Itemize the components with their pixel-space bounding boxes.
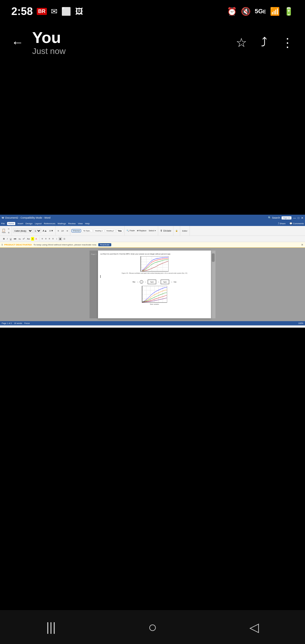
copy-btn[interactable]: ⎘ [7,231,10,234]
sign-in-button[interactable]: Sign in [282,216,291,219]
grow-font-btn[interactable]: A▲ [42,229,48,233]
bd-arrow1: → [136,281,139,283]
notification-text: To keep using Word without interruption,… [33,243,97,246]
style-heading1[interactable]: Heading 1 [93,229,104,232]
star-button[interactable]: ☆ [233,32,250,53]
more-options-button[interactable]: ⋮ [278,32,297,53]
menu-insert[interactable]: Insert [18,222,23,225]
shrink-font-btn[interactable]: A▼ [48,229,54,233]
justify-btn[interactable]: ≡ [52,237,55,241]
font-color-btn[interactable]: A [35,237,38,241]
select-btn[interactable]: Select ▾ [148,229,156,232]
styles-group: ¶ Normal No Spac... Heading 1 Heading 2 … [71,226,125,236]
word-page[interactable]: Let R(s)=1/s and D(s)=0. Find the MPO. E… [98,251,211,318]
minimize-button[interactable]: — [293,216,296,219]
highlight-btn[interactable]: A [31,237,34,241]
status-bar: 2:58 BR ✉ ⬜ 🖼 ⏰ 🔇 5GE 📶 🔋 [0,0,305,23]
scroll-area [211,251,215,318]
gallery-icon: 🖼 [75,7,83,16]
chart1-caption: Figure 4.8 - Blouwe oscillation and peek… [122,272,187,274]
recent-apps-button[interactable]: ||| [38,617,64,637]
comments-button[interactable]: 💬 Comments [289,222,304,225]
numbering-btn[interactable]: 1≡ [60,229,65,233]
mute-icon: 🔇 [241,7,251,16]
strikethrough-btn[interactable]: ab [13,237,17,241]
word-word-count: 16 words [14,322,22,324]
text-case-btn[interactable]: Aa [26,237,30,241]
back-nav-button[interactable]: ◁ [241,617,267,637]
share-doc-button[interactable]: ⤴ Share [278,222,286,225]
italic-btn[interactable]: I [6,237,8,241]
editing-group: 🔍 Find▾ ⇄ Replace Select ▾ [126,226,158,236]
menu-references[interactable]: References [44,222,55,225]
scrollbar-thumb[interactable] [212,253,215,262]
header-subtitle: Just now [32,46,227,56]
dictate-btn[interactable]: 🎙 Dictate [159,229,172,233]
align-right-btn[interactable]: ≡ [48,237,51,241]
notification-close-btn[interactable]: ✕ [301,243,303,246]
font-size-select[interactable]: 11 [33,229,41,233]
sensitivity-btn[interactable]: 🔒 [175,229,179,232]
chart1-area: Figure 4.8 - Blouwe oscillation and peek… [100,256,209,275]
menu-mailings[interactable]: Mailings [58,222,66,225]
style-no-spacing[interactable]: No Spac... [82,229,93,232]
font-family-select[interactable]: Calibri (Body) [13,229,33,233]
align-center-btn[interactable]: ≡ [44,237,47,241]
subscript-btn[interactable]: x₂ [18,237,21,241]
alarm-icon: ⏰ [227,7,237,16]
find-btn[interactable]: 🔍 Find▾ [126,229,136,232]
border-btn[interactable]: ⊡ [63,237,66,241]
product-deactivated-label: PRODUCT DEACTIVATED [4,243,32,246]
align-left-btn[interactable]: ≡ [41,237,44,241]
word-document-area: Page 1 Let R(s)=1/s and D(s)=0. Find the… [0,248,305,321]
shading-btn[interactable]: ▣ [58,237,62,241]
back-button[interactable]: ← [8,32,27,52]
bullets-btn[interactable]: ≡ [57,229,60,233]
chart2-area: Steer variation [100,286,209,306]
menu-file[interactable]: File [1,222,5,225]
word-title-text: Document2 - Compatibility Mode - Word [5,216,51,219]
menu-review[interactable]: Review [68,222,75,225]
indent-btn[interactable]: ⇥ [65,229,69,233]
word-menu-bar: File Home Insert Design Layout Reference… [0,221,305,226]
paste-btn[interactable]: 📋Paste [1,228,6,234]
bd-arrow3: → [157,281,160,283]
font-group: Calibri (Body) 11 A▲ A▼ [13,226,56,236]
bold-btn[interactable]: B [2,237,6,241]
cut-btn[interactable]: ✂ [7,227,10,231]
document-question: Let R(s)=1/s and D(s)=0. Find the MPO. E… [100,253,209,255]
share-button[interactable]: ⤴ [258,32,270,52]
status-bar-left: 2:58 BR ✉ ⬜ 🖼 [11,5,83,18]
black-area-bottom [0,328,305,638]
close-button[interactable]: ✕ [301,216,303,219]
menu-view[interactable]: View [78,222,83,225]
maximize-button[interactable]: □ [298,216,299,219]
email-icon: ✉ [51,7,57,16]
home-button[interactable]: ○ [140,616,165,638]
word-focus-btn[interactable]: Focus [24,322,30,324]
menu-help[interactable]: Help [85,222,90,225]
menu-design[interactable]: Design [25,222,32,225]
editor-group: Editor [181,226,189,236]
style-normal[interactable]: ¶ Normal [71,229,81,232]
word-status-bar: Page 1 of 2 16 words Focus 100% [0,321,305,325]
style-title[interactable]: Title [116,229,123,233]
bd-block1: G₁(s) [148,280,156,284]
word-search-bar[interactable]: 🔍 Search [268,216,280,219]
line-spacing-btn[interactable]: ↕ [55,237,58,241]
style-heading2[interactable]: Heading 2 [105,229,116,232]
underline-btn[interactable]: U [9,237,12,241]
status-bar-right: ⏰ 🔇 5GE 📶 🔋 [227,7,294,16]
reactivate-button[interactable]: Reactivate [98,243,111,246]
superscript-btn[interactable]: x² [22,237,26,241]
word-title-area: W Document2 - Compatibility Mode - Word [2,216,50,219]
monitor-icon: ⬜ [61,7,71,16]
chart2-box [142,286,167,303]
clipboard-group: 📋Paste ✂ ⎘ [1,226,12,236]
cursor-line [100,275,209,278]
editor-btn[interactable]: Editor [181,229,188,232]
replace-btn[interactable]: ⇄ Replace [136,229,147,232]
menu-layout[interactable]: Layout [35,222,42,225]
menu-home[interactable]: Home [7,222,15,225]
bd-output-label: C(s) [174,281,176,283]
